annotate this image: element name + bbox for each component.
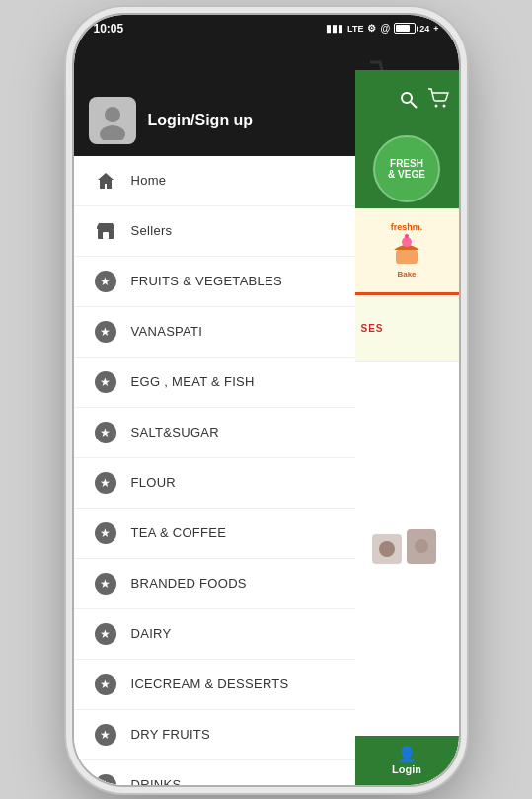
battery-plus: + [433,24,438,34]
svg-point-3 [105,107,120,122]
tea-coffee-icon: ★ [94,521,117,545]
login-button-label[interactable]: Login [392,763,421,775]
svg-point-9 [434,104,437,107]
main-content-overlay: FRESH& VEGE freshm. [355,70,459,785]
overlay-products-section [355,361,459,736]
svg-point-10 [442,104,445,107]
status-time: 10:05 [94,22,124,36]
store-icon [94,219,117,243]
status-icons: ▮▮▮ LTE ⚙ @ 24 + [326,23,438,34]
dairy-icon: ★ [94,622,117,646]
icecream-icon: ★ [94,673,117,696]
overlay-freshma-section: freshm. Bake [355,208,459,292]
phone-wrapper: 10:05 ▮▮▮ LTE ⚙ @ 24 + [0,0,532,799]
signal2-icon: @ [380,23,390,34]
battery-percent: 24 [419,24,429,34]
phone-body: 10:05 ▮▮▮ LTE ⚙ @ 24 + [74,15,459,785]
battery-fill [396,25,410,32]
svg-point-18 [415,539,428,553]
overlay-login-bar[interactable]: 👤 Login [355,736,459,785]
salt-sugar-icon: ★ [94,421,117,444]
branded-foods-icon: ★ [94,572,117,596]
vanaspati-icon: ★ [94,320,117,344]
drinks-icon: ★ [94,773,117,785]
svg-rect-11 [396,250,418,264]
overlay-fresh-veg-banner: FRESH& VEGE [355,129,459,208]
egg-meat-icon: ★ [94,370,117,394]
notch [207,15,326,37]
svg-rect-6 [103,232,109,239]
svg-point-7 [402,93,412,103]
svg-point-14 [405,234,409,238]
user-avatar [89,97,136,144]
bake-label: Bake [397,270,416,279]
login-signup-label[interactable]: Login/Sign up [148,112,254,129]
fruits-veg-icon: ★ [94,270,117,293]
svg-line-8 [411,102,417,108]
svg-point-17 [379,541,395,557]
home-icon [94,169,117,193]
ses-label: SES [361,323,384,334]
phone-screen: 10:05 ▮▮▮ LTE ⚙ @ 24 + [74,15,459,785]
login-person-icon: 👤 [397,745,417,763]
overlay-ses-section: SES [355,292,459,361]
lte-label: LTE [347,24,363,34]
flour-icon: ★ [94,471,117,495]
screen-content: Login/Sign up Home [74,42,459,785]
overlay-top-bar [355,70,459,129]
battery-icon [394,23,416,34]
signal-icon: ▮▮▮ [326,23,343,34]
dry-fruits-icon: ★ [94,723,117,747]
settings-icon: ⚙ [367,23,376,34]
